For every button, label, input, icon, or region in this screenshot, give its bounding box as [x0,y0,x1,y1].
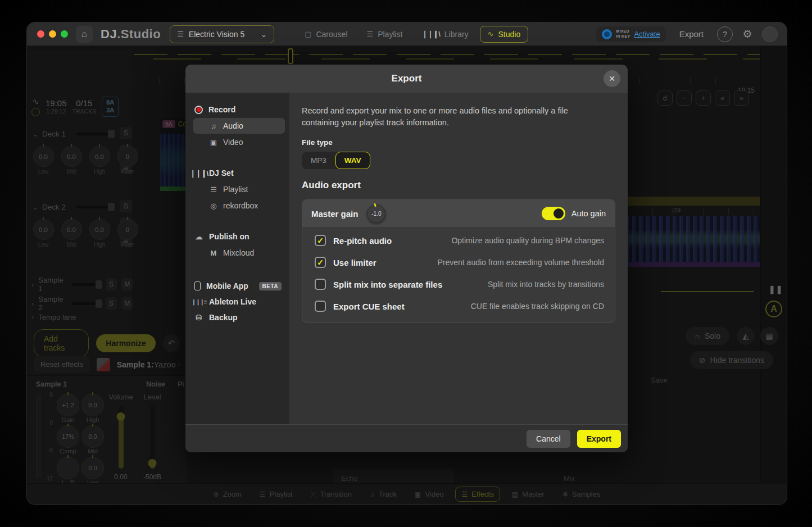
option-hint: Optimize audio quality during BPM change… [451,236,604,245]
rekordbox-icon: ◎ [209,202,218,210]
mik-line1: MIXED [616,29,629,33]
avatar[interactable] [762,26,778,42]
project-name: Electric Vision 5 [189,30,244,39]
sidebar-group-record: Record [193,102,285,117]
check-icon: ✓ [317,258,324,266]
sidebar-item-rekordbox[interactable]: ◎ rekordbox [193,198,285,213]
option-hint: Prevent audio from exceeding volume thre… [437,258,604,267]
option-label: Use limiter [333,258,376,267]
sidebar-item-ableton[interactable]: ❘❘❘≡ Ableton Live [193,294,285,310]
mik-line2: IN KEY [616,34,630,38]
dialog-header: Export ✕ [185,65,628,93]
close-window-button[interactable] [37,30,44,38]
sidebar-item-audio[interactable]: ♫ Audio [193,118,285,134]
zoom-window-button[interactable] [61,30,68,38]
dialog-content: Record and export your mix to one or mor… [289,93,628,424]
option-hint: CUE file enables track skipping on CD [471,302,604,311]
file-type-mp3[interactable]: MP3 [302,152,335,169]
app-logo-rest: .Studio [117,27,161,41]
file-type-selector: MP3 WAV [302,152,370,169]
close-icon: ✕ [609,74,615,83]
option-row-cue: Export CUE sheet CUE file enables track … [315,301,604,312]
beta-badge: BETA [259,282,282,290]
library-icon: ❘❘❙\ [422,30,440,38]
help-button[interactable]: ? [717,26,733,42]
sidebar-item-mixcloud[interactable]: M Mixcloud [193,245,285,261]
phone-icon [194,281,201,290]
export-description: Record and export your mix to one or mor… [302,105,594,129]
mixcloud-icon: M [209,249,218,257]
sidebar-group-djset: ❘❘❙\ DJ Set [193,165,285,181]
export-dialog: Export ✕ Record ♫ Audio ▣ Video [185,65,628,452]
minimize-window-button[interactable] [49,30,56,38]
tab-playlist[interactable]: ☰ Playlist [359,26,411,43]
master-gain-row: Master gain -1.0 Auto gain [302,200,615,227]
home-icon: ⌂ [81,29,87,40]
studio-icon: ∿ [488,30,494,38]
titlebar-right: MIXED IN KEY Activate Export ? ⚙ [596,26,787,42]
cloud-upload-icon: ☁ [194,233,203,241]
titlebar: ⌂ DJ.Studio ☰ Electric Vision 5 ⌄ ▢ Caro… [27,22,787,46]
view-tabs: ▢ Carousel ☰ Playlist ❘❘❙\ Library ∿ Stu… [297,26,528,43]
mixedinkey-logo-icon [602,29,612,39]
playlist-icon: ☰ [367,30,374,38]
option-label: Export CUE sheet [333,302,405,311]
mixedinkey-widget: MIXED IN KEY Activate [596,26,665,42]
sidebar-group-publish: ☁ Publish on [193,229,285,244]
tab-label: Carousel [316,30,347,39]
dialog-footer: Cancel Export [185,424,628,452]
help-icon: ? [723,30,727,39]
dj-set-icon: ❘❘❙\ [194,169,203,178]
sidebar-item-mobile-app[interactable]: Mobile App BETA [193,278,285,294]
limiter-checkbox[interactable]: ✓ [315,257,326,268]
master-gain-label: Master gain [311,209,358,219]
option-row-split: Split mix into separate files Split mix … [315,279,604,290]
dialog-sidebar: Record ♫ Audio ▣ Video ❘❘❙\ DJ Set ☰ Pl [185,93,289,424]
master-gain-knob[interactable]: -1.0 [367,205,385,223]
app-logo-bold: DJ [101,27,117,41]
sidebar-item-video[interactable]: ▣ Video [193,134,285,150]
tab-library[interactable]: ❘❘❙\ Library [414,26,477,43]
close-dialog-button[interactable]: ✕ [604,70,620,87]
mixedinkey-name: MIXED IN KEY [616,29,630,38]
option-hint: Split mix into tracks by transitions [488,280,604,289]
export-menu-button[interactable]: Export [673,26,710,42]
tab-label: Playlist [378,30,402,39]
repitch-checkbox[interactable]: ✓ [315,235,326,246]
music-note-icon: ♫ [209,122,218,130]
split-checkbox[interactable] [315,279,326,290]
activate-link[interactable]: Activate [634,30,660,38]
playlist-icon: ☰ [209,185,218,194]
file-type-label: File type [302,138,615,147]
cancel-button[interactable]: Cancel [527,430,570,448]
sidebar-item-backup[interactable]: ⛁ Backup [193,310,285,325]
ableton-icon: ❘❘❘≡ [194,299,203,305]
video-camera-icon: ▣ [209,138,218,147]
window-controls [27,30,76,38]
audio-export-heading: Audio export [302,180,615,191]
auto-gain-toggle[interactable] [542,207,565,220]
screen: ⌂ DJ.Studio ☰ Electric Vision 5 ⌄ ▢ Caro… [0,0,812,527]
cue-checkbox[interactable] [315,301,326,312]
file-type-wav[interactable]: WAV [335,152,370,169]
tab-carousel[interactable]: ▢ Carousel [297,26,355,43]
option-row-limiter: ✓ Use limiter Prevent audio from exceedi… [315,257,604,268]
sidebar-item-playlist[interactable]: ☰ Playlist [193,181,285,197]
app-logo: DJ.Studio [101,27,161,42]
project-selector[interactable]: ☰ Electric Vision 5 ⌄ [170,25,274,43]
audio-export-panel: Master gain -1.0 Auto gain ✓ Re-pitch au… [302,199,615,322]
backup-icon: ⛁ [194,314,203,322]
chevron-down-icon: ⌄ [260,30,267,39]
dialog-title: Export [392,73,422,84]
option-label: Re-pitch audio [333,236,392,246]
export-button[interactable]: Export [577,430,621,448]
option-row-repitch: ✓ Re-pitch audio Optimize audio quality … [315,235,604,246]
tab-label: Library [444,30,469,39]
option-label: Split mix into separate files [333,280,442,289]
home-button[interactable]: ⌂ [76,26,93,43]
check-icon: ✓ [317,237,324,244]
record-icon [194,106,203,114]
settings-button[interactable]: ⚙ [740,26,755,42]
tab-label: Studio [498,30,521,39]
tab-studio[interactable]: ∿ Studio [480,26,529,43]
